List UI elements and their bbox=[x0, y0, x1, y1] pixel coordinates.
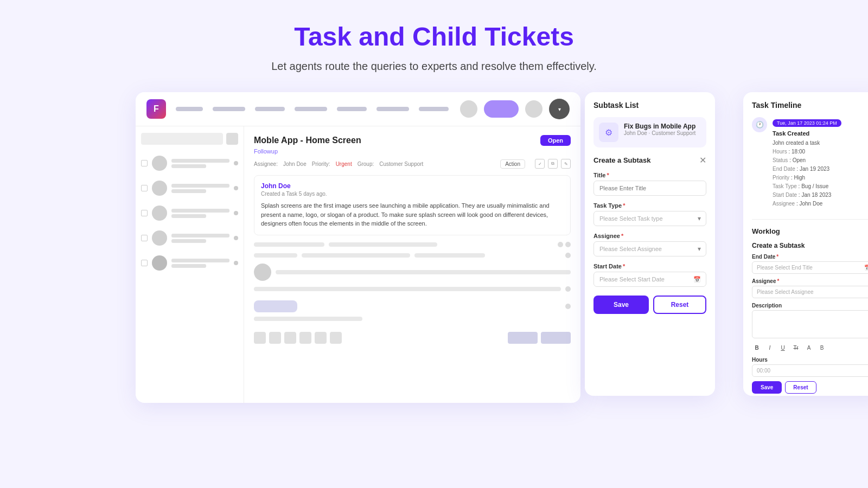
timeline-content: Tue, Jan 17 2023 01:24 PM Task Created J… bbox=[773, 117, 868, 208]
form-buttons: Save Reset bbox=[593, 296, 706, 314]
ticket-line bbox=[171, 184, 229, 188]
ticket-lines bbox=[171, 234, 229, 243]
edit-icon[interactable]: ✎ bbox=[561, 159, 571, 169]
search-box[interactable] bbox=[141, 133, 223, 145]
title-field: Title * bbox=[593, 172, 706, 196]
worklog-save-button[interactable]: Save bbox=[752, 381, 782, 394]
nav-item-6[interactable] bbox=[376, 107, 409, 111]
ticket-checkbox[interactable] bbox=[141, 260, 148, 266]
nav-avatar-2[interactable] bbox=[525, 100, 542, 118]
copy-icon[interactable]: ⧉ bbox=[548, 159, 558, 169]
timeline-dot: 🕐 bbox=[752, 117, 767, 132]
check-icon[interactable]: ✓ bbox=[535, 159, 545, 169]
title-input[interactable] bbox=[593, 181, 706, 196]
worklog-end-date-input[interactable]: Please Select End Title 📅 bbox=[752, 261, 868, 274]
assignee-select[interactable]: Please Select Assignee bbox=[593, 241, 706, 256]
avatar bbox=[152, 181, 167, 196]
list-item[interactable] bbox=[141, 153, 238, 173]
format-button[interactable]: B bbox=[817, 343, 827, 352]
ticket-checkbox[interactable] bbox=[141, 210, 148, 216]
worklog-end-date-field: End Date * Please Select End Title 📅 bbox=[752, 254, 868, 274]
nav-item-5[interactable] bbox=[337, 107, 367, 111]
worklog-end-date-label: End Date * bbox=[752, 254, 868, 260]
italic-button[interactable]: I bbox=[765, 343, 775, 352]
priority-value: Urgent bbox=[336, 161, 352, 167]
ticket-checkbox[interactable] bbox=[141, 160, 148, 166]
title-label: Title * bbox=[593, 172, 706, 178]
ticket-checkbox[interactable] bbox=[141, 235, 148, 241]
ticket-dot bbox=[234, 211, 238, 215]
close-subtask-button[interactable]: ✕ bbox=[699, 155, 706, 165]
worklog-hours-field: Hours 00:00 bbox=[752, 357, 868, 377]
list-item[interactable] bbox=[141, 203, 238, 223]
save-button[interactable]: Save bbox=[593, 296, 649, 314]
ticket-lines bbox=[171, 184, 229, 193]
ticket-tag: Followup bbox=[254, 148, 571, 155]
ticket-line-short bbox=[171, 264, 206, 268]
subtask-item-info: Fix Bugs in Mobile App John Doe · Custom… bbox=[624, 123, 695, 136]
ticket-detail: Moble App - Home Screen Open Followup As… bbox=[244, 126, 580, 403]
bold-button[interactable]: B bbox=[752, 343, 762, 352]
ticket-dot bbox=[234, 236, 238, 240]
placeholder-rows bbox=[254, 242, 571, 292]
nav-item-1[interactable] bbox=[176, 107, 203, 111]
worklog-description-label: Description bbox=[752, 303, 868, 309]
worklog-hours-input[interactable]: 00:00 bbox=[752, 364, 868, 377]
worklog-hours-label: Hours bbox=[752, 357, 868, 363]
list-item[interactable] bbox=[141, 253, 238, 273]
comment-meta: Created a Task 5 days ago. bbox=[261, 191, 564, 197]
main-content: Moble App - Home Screen Open Followup As… bbox=[136, 126, 580, 403]
group-value: Customer Support bbox=[379, 161, 423, 167]
reset-button[interactable]: Reset bbox=[653, 296, 706, 314]
strikethrough-button[interactable]: Tr bbox=[791, 343, 801, 352]
nav-item-3[interactable] bbox=[255, 107, 285, 111]
worklog-description-input[interactable] bbox=[752, 310, 868, 338]
list-item[interactable] bbox=[141, 178, 238, 198]
nav-item-2[interactable] bbox=[213, 107, 245, 111]
worklog-reset-button[interactable]: Reset bbox=[785, 381, 816, 394]
worklog-buttons: Save Reset bbox=[752, 381, 868, 394]
placeholder-row bbox=[254, 264, 571, 281]
avatar bbox=[152, 206, 167, 221]
assignee-label: Assignee * bbox=[593, 233, 706, 239]
nav-items bbox=[176, 107, 450, 111]
create-subtask-form: Create a Subtask ✕ Title * Task Type * bbox=[593, 155, 706, 314]
start-date-input[interactable]: Please Select Start Date bbox=[593, 272, 706, 287]
timeline-title: Task Timeline bbox=[752, 101, 868, 110]
worklog-assignee-select[interactable]: Please Select Assignee ▾ bbox=[752, 286, 868, 298]
underline-button[interactable]: U bbox=[778, 343, 788, 352]
ticket-status-badge: Open bbox=[540, 135, 571, 146]
editor-toolbar: B I U Tr A B bbox=[752, 343, 868, 352]
search-icon[interactable] bbox=[226, 133, 238, 145]
placeholder-row bbox=[254, 242, 571, 247]
ticket-line-short bbox=[171, 164, 206, 168]
placeholder-row bbox=[254, 253, 571, 258]
ticket-line bbox=[171, 209, 229, 213]
list-item[interactable] bbox=[141, 228, 238, 248]
ticket-meta: Assignee: John Doe Priority: Urgent Grou… bbox=[254, 159, 571, 169]
color-button[interactable]: A bbox=[804, 343, 814, 352]
assignee-field: Assignee * Please Select Assignee bbox=[593, 233, 706, 256]
ticket-dot bbox=[234, 261, 238, 265]
nav-avatar-1[interactable] bbox=[460, 100, 477, 118]
nav-user-avatar[interactable]: ▾ bbox=[549, 99, 570, 119]
nav-item-4[interactable] bbox=[295, 107, 327, 111]
ticket-lines bbox=[171, 159, 229, 168]
task-type-field: Task Type * Please Select Task type bbox=[593, 202, 706, 226]
ticket-line bbox=[171, 259, 229, 262]
subtask-item[interactable]: ⚙ Fix Bugs in Mobile App John Doe · Cust… bbox=[593, 117, 706, 147]
task-type-select[interactable]: Please Select Task type bbox=[593, 211, 706, 226]
assignee-select-wrapper: Please Select Assignee bbox=[593, 241, 706, 256]
ui-container: F ▾ bbox=[136, 92, 732, 403]
assignee-label: Assignee: bbox=[254, 161, 278, 167]
ticket-checkbox[interactable] bbox=[141, 185, 148, 191]
nav-highlight[interactable] bbox=[484, 100, 519, 118]
main-window: F ▾ bbox=[136, 92, 580, 403]
avatar bbox=[152, 230, 167, 246]
ticket-dot bbox=[234, 186, 238, 190]
action-button[interactable]: Action bbox=[500, 159, 525, 169]
comment-block: John Doe Created a Task 5 days ago. Spla… bbox=[254, 175, 571, 235]
ticket-line bbox=[171, 234, 229, 237]
nav-item-7[interactable] bbox=[419, 107, 449, 111]
ticket-icons: ✓ ⧉ ✎ bbox=[535, 159, 571, 169]
